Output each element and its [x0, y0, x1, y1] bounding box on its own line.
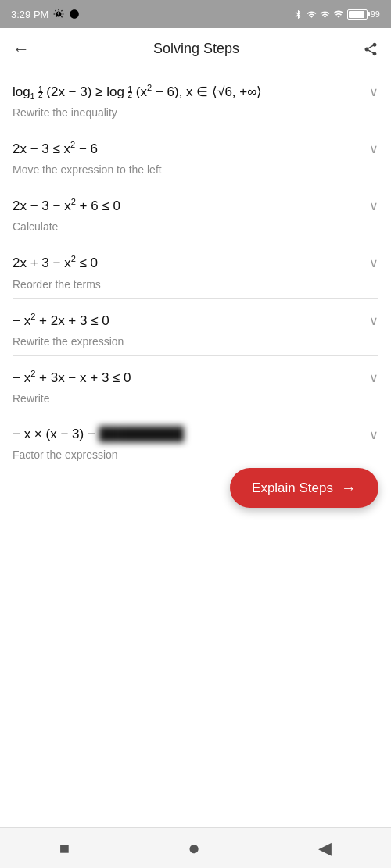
step-2-chevron[interactable]: ∨ [369, 141, 378, 156]
signal-icon2 [320, 9, 330, 20]
explain-steps-button[interactable]: Explain Steps → [230, 468, 378, 508]
step-6-chevron[interactable]: ∨ [369, 370, 378, 385]
step-1-chevron[interactable]: ∨ [369, 84, 378, 99]
back-nav-button[interactable]: ◀ [318, 838, 332, 859]
status-bar: 3:29 PM 99 [0, 0, 391, 28]
time: 3:29 PM [11, 9, 48, 20]
signal-icon1 [307, 9, 317, 20]
explain-btn-container: Explain Steps → [230, 468, 378, 508]
step-1: log1 1 2 (2x − 3) ≥ log 1 2 (x2 − 6), x … [13, 70, 378, 127]
battery-level: 99 [371, 9, 380, 19]
step-3-label: Calculate [13, 220, 378, 233]
step-6-formula: − x2 + 3x − x + 3 ≤ 0 [13, 367, 378, 388]
status-bar-right: 99 [293, 9, 380, 20]
alarm-icon [53, 9, 64, 20]
page-title: Solving Steps [153, 41, 239, 57]
status-bar-left: 3:29 PM [11, 9, 80, 20]
step-2-formula: 2x − 3 ≤ x2 − 6 [13, 138, 378, 159]
step-2: 2x − 3 ≤ x2 − 6 Move the expression to t… [13, 127, 378, 184]
step-5-chevron[interactable]: ∨ [369, 313, 378, 328]
step-2-label: Move the expression to the left [13, 163, 378, 176]
circle-button[interactable]: ● [188, 836, 200, 860]
step-4-chevron[interactable]: ∨ [369, 255, 378, 270]
step-3-formula: 2x − 3 − x2 + 6 ≤ 0 [13, 195, 378, 216]
share-icon [363, 41, 378, 57]
step-7: − x × (x − 3) − █████████ Factor the exp… [13, 413, 378, 517]
step-1-label: Rewrite the inequality [13, 106, 378, 119]
step-5-label: Rewrite the expression [13, 335, 378, 348]
content-area: log1 1 2 (2x − 3) ≥ log 1 2 (x2 − 6), x … [0, 70, 391, 516]
step-1-formula: log1 1 2 (2x − 3) ≥ log 1 2 (x2 − 6), x … [13, 81, 378, 102]
step-7-formula: − x × (x − 3) − █████████ [13, 424, 378, 445]
step-7-chevron[interactable]: ∨ [369, 427, 378, 442]
step-7-label: Factor the expression [13, 448, 378, 461]
step-4: 2x + 3 − x2 ≤ 0 Reorder the terms ∨ [13, 241, 378, 298]
bottom-nav: ■ ● ◀ [0, 827, 391, 868]
step-5: − x2 + 2x + 3 ≤ 0 Rewrite the expression… [13, 299, 378, 356]
step-3-chevron[interactable]: ∨ [369, 198, 378, 213]
back-button[interactable]: ← [13, 39, 30, 59]
step-6-label: Rewrite [13, 392, 378, 405]
step-5-formula: − x2 + 2x + 3 ≤ 0 [13, 310, 378, 330]
share-button[interactable] [363, 41, 378, 57]
circle-icon [69, 9, 80, 20]
home-button[interactable]: ■ [59, 838, 70, 859]
battery-indicator [347, 9, 368, 20]
step-4-label: Reorder the terms [13, 278, 378, 291]
step-6: − x2 + 3x − x + 3 ≤ 0 Rewrite ∨ [13, 356, 378, 413]
top-nav: ← Solving Steps [0, 28, 391, 70]
explain-btn-label: Explain Steps [252, 480, 333, 496]
blurred-content: █████████ [99, 427, 184, 441]
wifi-icon [333, 9, 344, 20]
bluetooth-icon [293, 9, 303, 20]
step-3: 2x − 3 − x2 + 6 ≤ 0 Calculate ∨ [13, 184, 378, 241]
explain-btn-arrow: → [341, 479, 357, 497]
step-4-formula: 2x + 3 − x2 ≤ 0 [13, 252, 378, 273]
